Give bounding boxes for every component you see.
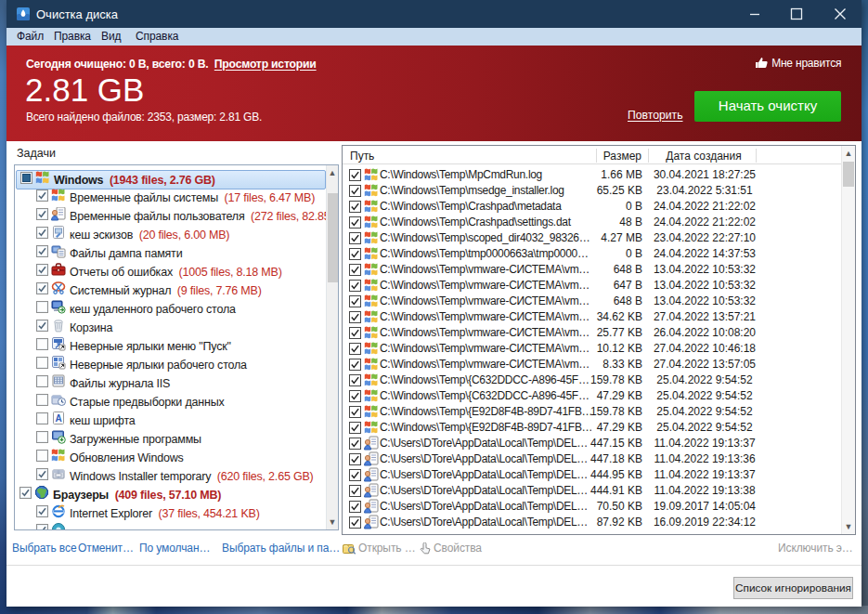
svg-text:A: A <box>55 412 61 423</box>
